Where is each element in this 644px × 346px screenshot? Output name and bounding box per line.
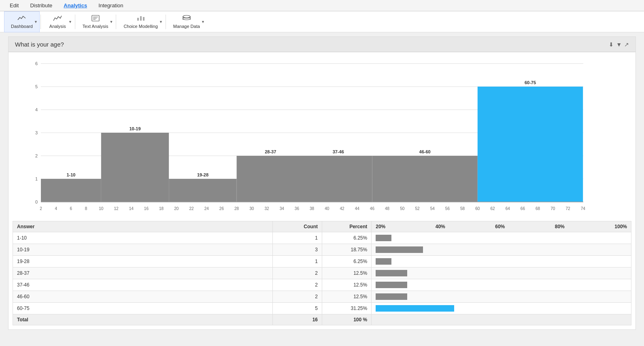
svg-text:2: 2 [35,153,38,158]
table-cell-bar [372,267,631,279]
table-cell-count: 2 [272,279,322,291]
table-cell-count: 3 [272,244,322,256]
svg-point-7 [183,15,190,18]
svg-text:6: 6 [70,206,72,211]
toolbar-text-analysis[interactable]: Text Analysis ▼ [76,11,115,32]
bar-container [376,293,627,300]
toolbar-analysis[interactable]: Analysis ▼ [42,11,74,32]
table-row: 19-2816.25% [13,256,631,267]
svg-text:74: 74 [581,206,586,211]
bar-fill [376,258,391,265]
svg-text:72: 72 [565,206,570,211]
table-row: 28-37212.5% [13,267,631,279]
table-cell-count: 5 [272,303,322,314]
manage-data-icon [182,15,191,23]
share-icon[interactable]: ↗ [624,41,629,48]
svg-text:28: 28 [234,206,239,211]
text-analysis-arrow-icon: ▼ [110,20,113,24]
toolbar-separator-3 [116,15,116,29]
bar-60-75[interactable] [478,87,583,202]
table-cell-answer: 10-19 [13,244,273,256]
table-cell-bar [372,244,631,256]
bar-28-37[interactable] [237,156,304,202]
svg-text:22: 22 [189,206,194,211]
svg-text:10: 10 [99,206,104,211]
toolbar: Dashboard ▼ Analysis ▼ Text Analysis ▼ C… [0,11,644,32]
col-header-count: Count [272,221,322,232]
svg-text:1-10: 1-10 [66,172,75,177]
download-icon[interactable]: ⬇ [609,41,614,48]
svg-text:24: 24 [204,206,209,211]
bar-fill [376,305,454,312]
top-navigation: Edit Distribute Analytics Integration [0,0,644,11]
table-total-count: 16 [272,314,322,325]
bar-container [376,270,627,276]
nav-edit[interactable]: Edit [4,0,24,11]
table-cell-answer: 1-10 [13,232,273,244]
toolbar-dashboard[interactable]: Dashboard ▼ [4,11,40,32]
table-cell-answer: 37-46 [13,279,273,291]
bar-container [376,282,627,288]
analysis-arrow-icon: ▼ [68,20,72,24]
bar-19-28[interactable] [169,179,236,202]
nav-distribute[interactable]: Distribute [24,0,58,11]
svg-text:10-19: 10-19 [129,126,140,131]
table-cell-answer: 19-28 [13,256,273,267]
table-total-row: Total16100 % [13,314,631,325]
svg-text:68: 68 [536,206,540,211]
svg-text:44: 44 [355,206,360,211]
toolbar-dashboard-label: Dashboard [11,24,33,29]
svg-text:38: 38 [310,206,315,211]
svg-text:37-46: 37-46 [333,149,344,154]
bar-container [376,235,627,241]
table-total-percent: 100 % [322,314,371,325]
table-total-label: Total [13,314,273,325]
table-row: 1-1016.25% [13,232,631,244]
svg-text:58: 58 [460,206,465,211]
svg-text:20: 20 [174,206,179,211]
toolbar-separator-1 [40,15,41,29]
nav-analytics[interactable]: Analytics [58,0,93,11]
toolbar-separator-4 [166,15,166,29]
svg-text:36: 36 [295,206,300,211]
dropdown-arrow-icon[interactable]: ▼ [616,41,622,48]
toolbar-analysis-label: Analysis [49,24,66,29]
svg-text:62: 62 [490,206,495,211]
col-header-answer: Answer [13,221,273,232]
pct-marker-80: 80% [555,224,565,229]
bar-container [376,258,627,265]
table-cell-bar [372,291,631,303]
table-cell-percent: 6.25% [322,232,371,244]
table-cell-answer: 46-60 [13,291,273,303]
toolbar-manage-data[interactable]: Manage Data ▼ [167,11,207,32]
svg-text:50: 50 [400,206,405,211]
bar-1-10[interactable] [41,179,101,202]
bar-37-46[interactable] [304,156,372,202]
analysis-icon [53,15,62,23]
bar-46-60[interactable] [372,156,477,202]
table-cell-bar [372,279,631,291]
col-header-percent: Percent [322,221,371,232]
choice-modelling-icon [136,15,145,23]
table-cell-count: 2 [272,291,322,303]
bar-10-19[interactable] [101,133,169,202]
svg-text:46-60: 46-60 [419,149,431,154]
svg-text:16: 16 [144,206,149,211]
svg-text:46: 46 [370,206,375,211]
toolbar-manage-data-label: Manage Data [173,24,200,29]
pct-marker-20: 20% [376,224,385,229]
pct-marker-100: 100% [614,224,627,229]
table-cell-answer: 28-37 [13,267,273,279]
pct-marker-40: 40% [436,224,445,229]
svg-text:26: 26 [219,206,224,211]
table-total-bar [372,314,631,325]
table-cell-bar [372,232,631,244]
choice-modelling-arrow-icon: ▼ [159,20,163,24]
table-cell-bar [372,303,631,314]
svg-text:0: 0 [35,200,38,204]
toolbar-choice-modelling[interactable]: Choice Modelling ▼ [117,11,164,32]
svg-text:48: 48 [385,206,390,211]
svg-text:32: 32 [264,206,269,211]
svg-text:2: 2 [40,206,42,211]
nav-integration[interactable]: Integration [93,0,129,11]
